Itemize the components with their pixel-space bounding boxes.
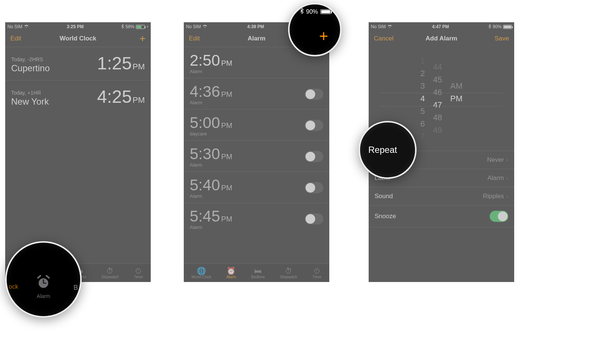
alarm-row[interactable]: 5:45PM Alarm (184, 203, 329, 234)
wc-time: 1:25 PM (97, 53, 145, 73)
battery-pct: 58% (125, 24, 134, 29)
nav-title: Add Alarm (396, 35, 487, 42)
battery-icon (320, 9, 331, 14)
wc-offset: Today, +1HR (11, 90, 49, 96)
bed-icon: 🛏 (254, 267, 262, 275)
status-bar: No SIM 4:47 PM 90% (369, 22, 514, 30)
nav-bar: Cancel Add Alarm Save (369, 30, 514, 47)
nav-title: Alarm (211, 35, 302, 42)
world-clock-row[interactable]: Today, -2HRS Cupertino 1:25 PM (5, 47, 151, 80)
status-bar: No SIM 3:25 PM 58% ⚡︎ (5, 22, 151, 30)
tab-timer[interactable]: ⏲Timer (312, 267, 322, 279)
alarm-row[interactable]: 5:40PM Alarm (184, 171, 329, 203)
status-time: 3:25 PM (29, 24, 121, 29)
cancel-button[interactable]: Cancel (374, 35, 396, 42)
picker-minute[interactable]: 44 45 46 47 48 49 (433, 62, 442, 135)
picker-ampm[interactable]: AM PM (450, 81, 463, 116)
timer-icon: ⏲ (135, 267, 142, 275)
tab-stopwatch[interactable]: ⏱Stopwatch (280, 267, 297, 279)
snooze-toggle[interactable] (490, 211, 508, 222)
bluetooth-icon (489, 24, 491, 30)
setting-value: Never (487, 156, 504, 164)
stopwatch-icon: ⏱ (106, 267, 114, 275)
timer-icon: ⏲ (313, 267, 321, 275)
bluetooth-icon (121, 24, 124, 30)
carrier-label: No SIM (371, 24, 386, 29)
save-button[interactable]: Save (487, 35, 509, 42)
tab-world-clock[interactable]: 🌐World Clock (191, 267, 211, 279)
tab-bedtime[interactable]: 🛏Bedtime (251, 267, 265, 279)
alarm-time: 2:50PM (190, 52, 232, 69)
alarm-clock-icon: ⏰ (226, 267, 236, 275)
setting-key: Sound (375, 193, 393, 200)
battery-pct: 90% (493, 24, 502, 29)
setting-sound[interactable]: Sound Ripples› (369, 187, 514, 205)
setting-value: Alarm (487, 174, 504, 182)
carrier-label: No SIM (7, 24, 22, 29)
alarm-time: 4:36PM (190, 83, 232, 101)
wifi-icon (202, 24, 208, 29)
battery-icon (503, 25, 512, 29)
wc-offset: Today, -2HRS (11, 56, 50, 62)
bluetooth-icon (300, 8, 304, 15)
alarm-time: 5:40PM (190, 176, 232, 194)
tab-alarm-magnified[interactable]: Alarm (36, 274, 51, 299)
chevron-right-icon: › (506, 193, 508, 200)
screen-alarm-list: No SIM 4:39 PM 90% Edit Alarm + 2:50PM A… (184, 22, 329, 282)
setting-value: Ripples (483, 193, 504, 200)
wc-city: Cupertino (11, 63, 50, 73)
setting-snooze[interactable]: Snooze (369, 205, 514, 227)
tab-bar: 🌐World Clock ⏰Alarm 🛏Bedtime ⏱Stopwatch … (184, 263, 329, 282)
tab-timer[interactable]: ⏲Timer (134, 267, 143, 279)
mag-edge-text: B (74, 284, 78, 292)
setting-repeat-label[interactable]: Repeat (368, 145, 397, 155)
svg-rect-2 (43, 283, 46, 284)
world-clock-row[interactable]: Today, +1HR New York 4:25 PM (5, 80, 151, 114)
tab-stopwatch[interactable]: ⏱Stopwatch (101, 267, 119, 279)
magnifier-alarm-tab: ock Alarm B (5, 241, 82, 318)
carrier-label: No SIM (186, 24, 201, 29)
alarm-toggle[interactable] (305, 182, 323, 193)
magnifier-repeat-row: Repeat (359, 121, 417, 179)
wifi-icon (24, 24, 29, 29)
edit-button[interactable]: Edit (10, 35, 33, 42)
battery-pct: 90% (306, 9, 318, 15)
alarm-toggle[interactable] (305, 213, 323, 224)
alarm-label: Alarm (190, 162, 232, 168)
battery-icon (136, 25, 145, 29)
nav-title: World Clock (33, 35, 123, 42)
stopwatch-icon: ⏱ (285, 267, 292, 275)
wc-city: New York (11, 96, 49, 107)
alarm-label: Alarm (190, 69, 232, 74)
alarm-label: Alarm (190, 100, 232, 105)
alarm-row[interactable]: 4:36PM Alarm (184, 78, 329, 109)
mag-edge-text: ock (9, 283, 18, 290)
charging-icon: ⚡︎ (146, 25, 148, 29)
magnifier-add-button: 90% + (288, 3, 342, 56)
alarm-label: Alarm (190, 193, 232, 199)
edit-button[interactable]: Edit (189, 35, 211, 42)
plus-icon: + (140, 33, 146, 44)
tab-alarm[interactable]: ⏰Alarm (226, 267, 236, 279)
alarm-label: Alarm (190, 224, 232, 230)
status-time: 4:47 PM (392, 24, 489, 29)
wc-time: 4:25 PM (97, 86, 145, 107)
picker-hour[interactable]: 1 2 3 4 5 6 7 (420, 56, 425, 141)
alarm-time: 5:00PM (190, 114, 232, 132)
wifi-icon (387, 24, 392, 29)
add-button[interactable]: + (123, 33, 146, 44)
globe-icon: 🌐 (197, 267, 206, 275)
alarm-clock-icon (36, 274, 51, 293)
screen-world-clock: No SIM 3:25 PM 58% ⚡︎ Edit World Clock +… (5, 22, 151, 282)
alarm-time: 5:30PM (190, 145, 232, 163)
chevron-right-icon: › (506, 156, 508, 164)
alarm-time: 5:45PM (190, 207, 232, 225)
alarm-row[interactable]: 5:00PM daycare (184, 109, 329, 140)
alarm-toggle[interactable] (305, 89, 323, 100)
alarm-toggle[interactable] (305, 151, 323, 162)
chevron-right-icon: › (506, 174, 508, 182)
alarm-row[interactable]: 5:30PM Alarm (184, 140, 329, 171)
nav-bar: Edit World Clock + (5, 30, 151, 47)
alarm-toggle[interactable] (305, 120, 323, 131)
plus-icon[interactable]: + (319, 27, 328, 45)
